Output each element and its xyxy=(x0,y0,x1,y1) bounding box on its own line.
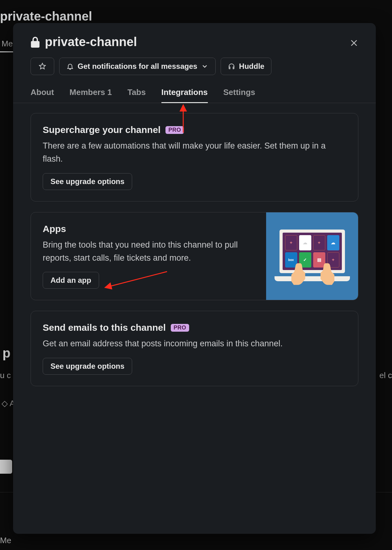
star-icon xyxy=(39,63,46,70)
see-upgrade-options-button[interactable]: See upgrade options xyxy=(43,358,132,375)
tab-settings[interactable]: Settings xyxy=(223,88,256,103)
modal-tabs: About Members 1 Tabs Integrations Settin… xyxy=(13,88,376,103)
supercharge-card: Supercharge your channel PRO There are a… xyxy=(31,113,358,202)
notifications-dropdown[interactable]: Get notifications for all messages xyxy=(59,58,216,75)
add-an-app-button[interactable]: Add an app xyxy=(43,272,99,289)
tab-integrations[interactable]: Integrations xyxy=(161,88,208,103)
bg-text-frag: el c xyxy=(380,371,392,380)
apps-body: Bring the tools that you need into this … xyxy=(43,239,248,265)
star-button[interactable] xyxy=(31,58,54,75)
supercharge-title: Supercharge your channel xyxy=(43,125,160,135)
actions-row: Get notifications for all messages Huddl… xyxy=(31,58,358,75)
chevron-down-icon xyxy=(201,63,208,70)
supercharge-body: There are a few automations that will ma… xyxy=(43,140,329,166)
tab-tabs[interactable]: Tabs xyxy=(127,88,146,103)
modal-header: private-channel Get notifications for al… xyxy=(13,23,376,75)
modal-body: Supercharge your channel PRO There are a… xyxy=(13,103,376,396)
emails-card: Send emails to this channel PRO Get an e… xyxy=(31,311,358,386)
see-upgrade-options-button[interactable]: See upgrade options xyxy=(43,173,132,190)
headphones-icon xyxy=(228,63,235,70)
bg-text-frag: u c xyxy=(0,371,11,380)
close-button[interactable] xyxy=(347,36,361,50)
tab-about[interactable]: About xyxy=(31,88,54,103)
pro-badge: PRO xyxy=(165,126,184,134)
huddle-label: Huddle xyxy=(239,62,264,71)
tab-members[interactable]: Members 1 xyxy=(69,88,112,103)
bg-tab-underline xyxy=(0,51,14,52)
modal-title-text: private-channel xyxy=(45,35,137,49)
channel-details-modal: private-channel Get notifications for al… xyxy=(13,23,376,534)
notifications-label: Get notifications for all messages xyxy=(78,62,197,71)
apps-card: Apps Bring the tools that you need into … xyxy=(31,212,358,301)
emails-title: Send emails to this channel xyxy=(43,322,166,333)
emails-body: Get an email address that posts incoming… xyxy=(43,337,329,350)
bg-tab: Me xyxy=(2,39,13,49)
modal-title: private-channel xyxy=(31,35,358,49)
apps-illustration: + ☁ + ☁ box ✓ ▤ + xyxy=(266,212,358,300)
apps-title: Apps xyxy=(43,224,66,234)
bg-channel-name: private-channel xyxy=(0,9,92,23)
bg-text-frag: p xyxy=(2,346,11,361)
bell-icon xyxy=(66,63,74,70)
bg-text-frag: Me xyxy=(0,536,11,545)
lock-icon xyxy=(31,36,40,48)
pro-badge: PRO xyxy=(171,324,189,332)
huddle-button[interactable]: Huddle xyxy=(221,58,271,75)
bg-avatar xyxy=(0,460,12,474)
